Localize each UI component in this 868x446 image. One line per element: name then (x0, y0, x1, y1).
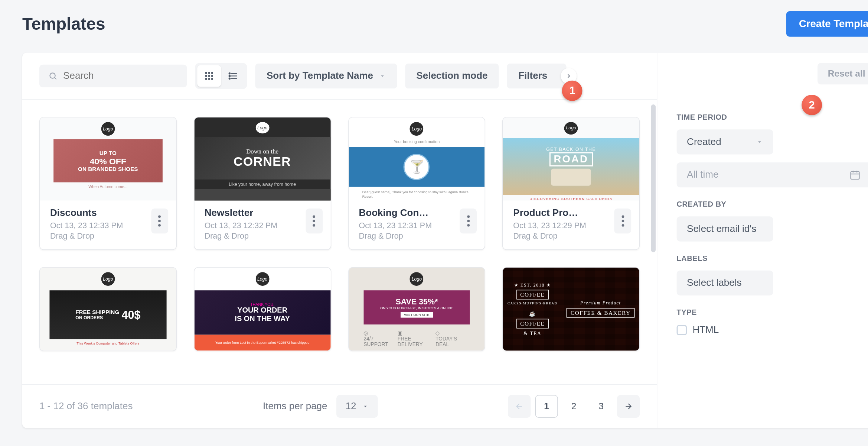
scrollbar[interactable] (651, 104, 656, 252)
template-card[interactable]: LogoSAVE 35%*ON YOUR PURCHASE, IN STORES… (348, 267, 485, 351)
pager-page-1[interactable]: 1 (535, 395, 558, 418)
sort-dropdown[interactable]: Sort by Template Name (255, 64, 397, 88)
template-name: Discounts (50, 207, 124, 219)
reset-all-button[interactable]: Reset all (818, 63, 868, 84)
items-per-page-label: Items per page (263, 401, 327, 412)
template-thumbnail: LogoFREE SHIPPINGON ORDERS40$This Week's… (40, 268, 176, 350)
svg-rect-31 (851, 172, 859, 179)
type-option-html-label: HTML (692, 324, 719, 336)
template-card[interactable]: LogoDown on theCORNERLike your home, awa… (194, 117, 331, 250)
time-period-range-select[interactable]: All time (677, 162, 868, 187)
labels-placeholder: Select labels (687, 277, 741, 289)
template-date: Oct 13, 23 12:31 PM (359, 221, 433, 230)
svg-point-28 (621, 224, 624, 227)
pager-page-2[interactable]: 2 (562, 395, 585, 418)
template-type: Drag & Drop (359, 231, 475, 240)
created-by-placeholder: Select email id's (687, 223, 756, 235)
type-option-html[interactable]: HTML (677, 324, 868, 336)
template-card[interactable]: LogoYour booking confirmation🍸Dear [gues… (348, 117, 485, 250)
templates-grid: LogoUP TO40% OFFON BRANDED SHOESWhen Aut… (39, 117, 640, 351)
template-type: Drag & Drop (205, 231, 320, 240)
template-thumbnail: LogoUP TO40% OFFON BRANDED SHOESWhen Aut… (40, 117, 176, 200)
template-body: Product Pro…Oct 13, 23 12:29 PMDrag & Dr… (503, 200, 639, 249)
calendar-icon (849, 169, 861, 181)
time-period-field-select[interactable]: Created (677, 129, 773, 154)
template-card[interactable]: LogoUP TO40% OFFON BRANDED SHOESWhen Aut… (39, 117, 177, 250)
svg-rect-9 (208, 78, 210, 80)
results-count: 1 - 12 of 36 templates (39, 401, 133, 412)
checkbox-icon (677, 325, 687, 336)
filters-button[interactable]: Filters 1 (507, 64, 567, 88)
time-period-label: TIME PERIOD (677, 113, 868, 122)
template-thumbnail: LogoTHANK YOU,YOUR ORDERIS ON THE WAYYou… (194, 268, 330, 350)
template-card[interactable]: LogoTHANK YOU,YOUR ORDERIS ON THE WAYYou… (194, 267, 331, 351)
template-type: Drag & Drop (513, 231, 629, 240)
template-thumbnail: ★ EST. 2018 ★COFFEECAKES·MUFFINS·BREAD☕C… (503, 268, 639, 350)
svg-point-16 (229, 78, 230, 79)
svg-rect-2 (205, 72, 207, 74)
search-icon (48, 71, 57, 81)
chevron-down-icon (362, 403, 369, 410)
svg-point-19 (158, 224, 161, 227)
more-vertical-icon (467, 215, 470, 227)
pager-prev[interactable] (508, 395, 531, 418)
svg-line-1 (55, 78, 56, 80)
template-name: Newsletter (205, 207, 278, 219)
svg-point-14 (229, 73, 230, 74)
chevron-down-icon (379, 72, 385, 79)
svg-rect-6 (208, 75, 210, 77)
arrow-left-icon (515, 402, 523, 411)
selection-mode-label: Selection mode (416, 70, 487, 82)
grid-footer: 1 - 12 of 36 templates Items per page 12… (22, 384, 657, 428)
create-template-button[interactable]: Create Template (786, 11, 868, 37)
chevron-right-icon (565, 72, 572, 79)
svg-rect-8 (205, 78, 207, 80)
svg-point-17 (158, 215, 161, 218)
template-card[interactable]: ★ EST. 2018 ★COFFEECAKES·MUFFINS·BREAD☕C… (502, 267, 640, 351)
svg-rect-3 (208, 72, 210, 74)
svg-point-15 (229, 75, 230, 77)
template-body: Booking Con…Oct 13, 23 12:31 PMDrag & Dr… (349, 200, 485, 249)
svg-rect-5 (205, 75, 207, 77)
template-menu-button[interactable] (151, 209, 168, 233)
svg-point-24 (467, 220, 470, 222)
svg-point-22 (313, 224, 315, 227)
template-name: Booking Con… (359, 207, 433, 219)
filters-label: Filters (518, 70, 547, 82)
arrow-right-icon (624, 402, 633, 411)
template-thumbnail: LogoSAVE 35%*ON YOUR PURCHASE, IN STORES… (349, 268, 485, 350)
created-by-label: CREATED BY (677, 200, 868, 209)
more-vertical-icon (621, 215, 624, 227)
template-date: Oct 13, 23 12:29 PM (513, 221, 587, 230)
more-vertical-icon (158, 215, 161, 227)
labels-select[interactable]: Select labels (677, 271, 773, 295)
template-body: DiscountsOct 13, 23 12:33 PMDrag & Drop (40, 200, 176, 249)
items-per-page-select[interactable]: 12 (336, 395, 378, 418)
template-menu-button[interactable] (306, 209, 323, 233)
template-thumbnail: LogoDown on theCORNERLike your home, awa… (194, 117, 330, 200)
pager-next[interactable] (617, 395, 640, 418)
template-date: Oct 13, 23 12:32 PM (205, 221, 278, 230)
template-card[interactable]: LogoFREE SHIPPINGON ORDERS40$This Week's… (39, 267, 177, 351)
pager-page-3[interactable]: 3 (590, 395, 612, 418)
template-menu-button[interactable] (460, 209, 477, 233)
templates-card: Sort by Template Name Selection mode Fil… (22, 53, 868, 428)
list-view-button[interactable] (221, 65, 245, 87)
grid-view-button[interactable] (197, 65, 221, 87)
selection-mode-button[interactable]: Selection mode (405, 64, 499, 88)
svg-point-26 (621, 215, 624, 218)
type-label: TYPE (677, 308, 868, 317)
search-input[interactable] (63, 70, 178, 82)
template-date: Oct 13, 23 12:33 PM (50, 221, 124, 230)
template-card[interactable]: LogoGET BACK ON THEROADDISCOVERING SOUTH… (502, 117, 640, 250)
page-title: Templates (22, 14, 105, 33)
svg-point-23 (467, 215, 470, 218)
grid-icon (204, 71, 215, 81)
filters-panel: Reset all 2 TIME PERIOD Created All time… (657, 53, 868, 428)
svg-point-21 (313, 220, 315, 222)
template-menu-button[interactable] (614, 209, 631, 233)
created-by-select[interactable]: Select email id's (677, 216, 773, 241)
template-thumbnail: LogoGET BACK ON THEROADDISCOVERING SOUTH… (503, 117, 639, 200)
search-wrap[interactable] (39, 65, 187, 87)
svg-rect-10 (211, 78, 213, 80)
